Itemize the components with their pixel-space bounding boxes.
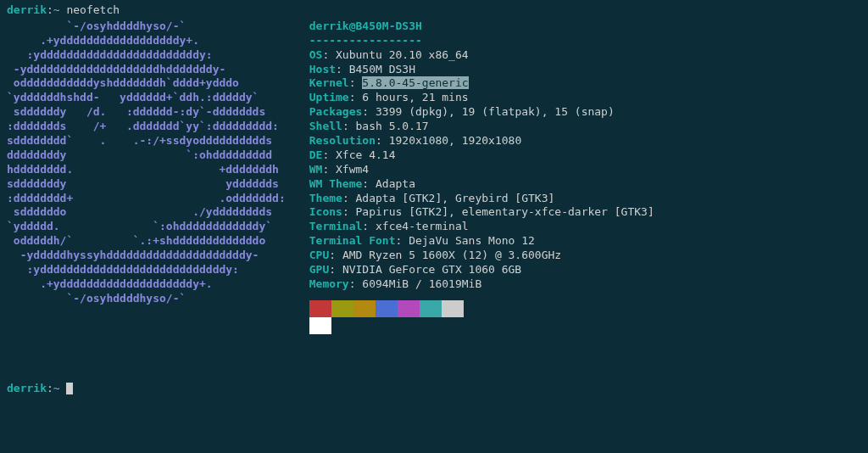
info-colon: : xyxy=(322,163,336,176)
info-label: Terminal Font xyxy=(309,234,396,247)
color-swatch xyxy=(420,300,442,317)
info-colon: : xyxy=(342,205,356,218)
prompt-sep-2: : xyxy=(47,382,53,394)
info-value: NVIDIA GeForce GTX 1060 6GB xyxy=(342,263,521,276)
info-value: AMD Ryzen 5 1600X (12) @ 3.600GHz xyxy=(342,249,561,261)
color-swatch xyxy=(398,300,420,317)
info-colon: : xyxy=(362,177,376,190)
info-value: B450M DS3H xyxy=(349,63,415,76)
info-label: Kernel xyxy=(309,76,349,89)
info-label: Resolution xyxy=(309,134,376,147)
info-row: Terminal Font: DejaVu Sans Mono 12 xyxy=(309,234,654,249)
info-row: Memory: 6094MiB / 16019MiB xyxy=(309,277,654,292)
info-value: Papirus [GTK2], elementary-xfce-darker [… xyxy=(356,205,654,218)
prompt-user-2: derrik xyxy=(7,382,47,394)
info-row: Resolution: 1920x1080, 1920x1080 xyxy=(309,134,654,148)
info-row: DE: Xfce 4.14 xyxy=(309,148,654,163)
info-colon: : xyxy=(376,134,389,147)
info-label: Theme xyxy=(309,192,342,204)
info-value: Adapta xyxy=(376,177,415,190)
info-colon: : xyxy=(329,249,342,261)
prompt-path: ~ xyxy=(53,3,60,16)
info-label: OS xyxy=(309,48,323,61)
info-separator: ----------------- xyxy=(309,34,422,47)
prompt-line-2[interactable]: derrik:~ xyxy=(7,382,861,396)
info-label: WM Theme xyxy=(309,177,363,190)
info-row: Packages: 3399 (dpkg), 19 (flatpak), 15 … xyxy=(309,105,654,120)
info-value: 3399 (dpkg), 19 (flatpak), 15 (snap) xyxy=(376,105,615,118)
info-colon: : xyxy=(329,263,342,276)
info-label: CPU xyxy=(309,249,329,261)
info-label: WM xyxy=(309,163,323,176)
color-swatch xyxy=(331,300,353,317)
info-user-host: derrik@B450M-DS3H xyxy=(309,20,422,32)
info-value: 5.8.0-45-generic xyxy=(362,76,468,89)
system-info: derrik@B450M-DS3H ----------------- OS: … xyxy=(309,20,654,334)
info-label: Shell xyxy=(309,120,342,132)
info-value: Adapta [GTK2], Greybird [GTK3] xyxy=(356,192,555,204)
info-label: Host xyxy=(309,63,336,76)
info-label: Uptime xyxy=(309,91,349,103)
color-swatch xyxy=(353,300,376,317)
info-row: Theme: Adapta [GTK2], Greybird [GTK3] xyxy=(309,192,654,206)
info-value: Xfwm4 xyxy=(336,163,369,176)
info-colon: : xyxy=(322,48,336,61)
info-label: Terminal xyxy=(309,220,363,232)
color-palette-row2 xyxy=(309,317,654,334)
info-value: bash 5.0.17 xyxy=(356,120,429,132)
info-row: GPU: NVIDIA GeForce GTX 1060 6GB xyxy=(309,263,654,277)
color-swatch xyxy=(309,300,331,317)
info-row: WM: Xfwm4 xyxy=(309,163,654,177)
prompt-user: derrik xyxy=(7,3,47,16)
info-row: Kernel: 5.8.0-45-generic xyxy=(309,76,654,91)
color-palette-row1 xyxy=(309,300,654,317)
info-value: Xubuntu 20.10 x86_64 xyxy=(336,48,469,61)
color-swatch xyxy=(376,300,398,317)
info-row: OS: Xubuntu 20.10 x86_64 xyxy=(309,48,654,63)
info-colon: : xyxy=(322,148,336,161)
prompt-path-2: ~ xyxy=(53,382,60,394)
info-value: DejaVu Sans Mono 12 xyxy=(409,234,535,247)
info-colon: : xyxy=(395,234,409,247)
info-colon: : xyxy=(342,120,356,132)
info-value: xfce4-terminal xyxy=(376,220,469,232)
info-row: CPU: AMD Ryzen 5 1600X (12) @ 3.600GHz xyxy=(309,249,654,263)
info-label: Memory xyxy=(309,277,349,290)
info-colon: : xyxy=(349,277,363,290)
info-row: Shell: bash 5.0.17 xyxy=(309,120,654,134)
color-swatch xyxy=(309,317,331,334)
command-text: neofetch xyxy=(66,3,120,16)
info-label: DE xyxy=(309,148,323,161)
info-colon: : xyxy=(362,220,376,232)
info-row: Icons: Papirus [GTK2], elementary-xfce-d… xyxy=(309,205,654,220)
prompt-sep: : xyxy=(47,3,53,16)
info-row: Terminal: xfce4-terminal xyxy=(309,220,654,234)
info-value: 1920x1080, 1920x1080 xyxy=(389,134,522,147)
info-row: Host: B450M DS3H xyxy=(309,63,654,77)
info-colon: : xyxy=(336,63,349,76)
info-value: 6094MiB / 16019MiB xyxy=(362,277,481,290)
info-value: 6 hours, 21 mins xyxy=(362,91,468,103)
neofetch-output: `-/osyhddddhyso/-` .+ydddddddddddddddddd… xyxy=(7,20,861,334)
color-swatch xyxy=(442,300,464,317)
info-row: WM Theme: Adapta xyxy=(309,177,654,192)
info-label: Packages xyxy=(309,105,363,118)
prompt-line-1: derrik:~ neofetch xyxy=(7,3,861,18)
info-colon: : xyxy=(349,76,363,89)
info-colon: : xyxy=(362,105,376,118)
info-label: GPU xyxy=(309,263,329,276)
info-label: Icons xyxy=(309,205,342,218)
info-colon: : xyxy=(349,91,363,103)
info-colon: : xyxy=(342,192,356,204)
ascii-logo: `-/osyhddddhyso/-` .+ydddddddddddddddddd… xyxy=(7,20,286,334)
cursor-block xyxy=(66,383,73,394)
info-value: Xfce 4.14 xyxy=(336,148,395,161)
info-row: Uptime: 6 hours, 21 mins xyxy=(309,91,654,105)
